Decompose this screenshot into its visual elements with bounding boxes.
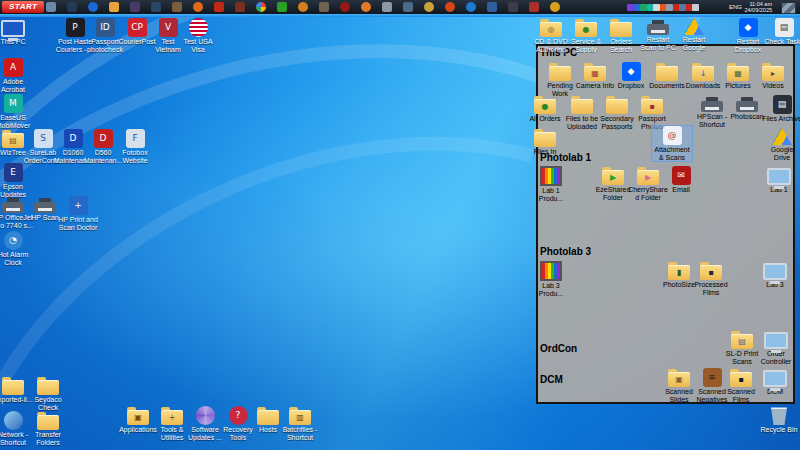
icon-ezeshared-folder[interactable]: ▶EzeShared Folder bbox=[593, 166, 633, 201]
icon-orders-search[interactable]: Orders Search bbox=[601, 18, 641, 53]
lab-3-icon bbox=[763, 263, 787, 280]
settings-icon[interactable] bbox=[508, 2, 518, 12]
icon-label: Videos bbox=[753, 82, 793, 90]
icon-fotobox-website[interactable]: FFotobox Website bbox=[115, 129, 155, 164]
photos-icon[interactable] bbox=[130, 2, 140, 12]
exported-li-icon bbox=[2, 380, 24, 395]
icon-batchfiles-shortcut[interactable]: ▥Batchfiles - Shortcut bbox=[280, 406, 320, 441]
firefox-icon[interactable] bbox=[193, 2, 203, 12]
icon-label: Adobe Acrobat bbox=[0, 78, 33, 93]
camera-info-icon: ▦ bbox=[584, 66, 606, 81]
picasa-icon[interactable] bbox=[424, 2, 434, 12]
restart-dropbox-icon: ◆ bbox=[739, 18, 758, 37]
icon-order-controller[interactable]: Order Controller bbox=[756, 330, 796, 365]
red-app-icon[interactable] bbox=[529, 2, 539, 12]
show-desktop-button[interactable] bbox=[781, 2, 796, 14]
utility-icon[interactable] bbox=[235, 2, 245, 12]
flame-icon[interactable] bbox=[361, 2, 371, 12]
amber-app-icon[interactable] bbox=[298, 2, 308, 12]
taskbar-clock[interactable]: 11:04 am 24/09/2025 bbox=[744, 1, 772, 13]
icon-transfer-folders[interactable]: Transfer Folders bbox=[28, 411, 68, 446]
capture-icon[interactable] bbox=[487, 2, 497, 12]
seydaco-check-icon bbox=[37, 380, 59, 395]
icon-email[interactable]: ✉Email bbox=[661, 166, 701, 194]
icon-camera-info[interactable]: ▦Camera Info bbox=[575, 62, 615, 90]
icon-restart-scan-to-pc[interactable]: Restart Scan to PC bbox=[638, 18, 678, 51]
icon-adobe-acrobat[interactable]: AAdobe Acrobat bbox=[0, 58, 33, 93]
icon-label: Files Archive bbox=[762, 115, 800, 123]
icon-hot-alarm-clock[interactable]: ◔Hot Alarm Clock bbox=[0, 231, 33, 266]
yellow-gear-icon[interactable] bbox=[550, 2, 560, 12]
taskbar-edge-highlight bbox=[0, 14, 800, 17]
chrome-icon[interactable] bbox=[256, 2, 266, 12]
start-button[interactable]: START bbox=[2, 1, 44, 13]
icon-hpscan-shortcut[interactable]: HPScan - Shortcut bbox=[692, 95, 732, 128]
tray-monitor-icon[interactable] bbox=[679, 4, 686, 11]
sync-icon[interactable] bbox=[466, 2, 476, 12]
check-tasks-icon: ▤ bbox=[775, 18, 794, 37]
icon-dcm[interactable]: DCM bbox=[755, 368, 795, 396]
courierpost-glyph: CP bbox=[131, 23, 143, 32]
icon-epson-updates[interactable]: EEpson Updates bbox=[0, 163, 33, 198]
icon-all-orders[interactable]: ●All Orders bbox=[525, 95, 565, 123]
icon-files-to-be-uploaded[interactable]: Files to be Uploaded bbox=[562, 95, 602, 130]
icon-lab-1[interactable]: Lab 1 bbox=[759, 166, 799, 194]
tray-purple-app-icon[interactable] bbox=[627, 4, 634, 11]
edge-icon[interactable] bbox=[46, 2, 56, 12]
icon-seydaco-check[interactable]: Seydaco Check bbox=[28, 376, 68, 411]
icon-label: Camera Info bbox=[575, 82, 615, 90]
icon-documents[interactable]: Documents bbox=[647, 62, 687, 90]
icon-google-drive[interactable]: Google Drive bbox=[762, 128, 800, 161]
icon-videos[interactable]: ▸Videos bbox=[753, 62, 793, 90]
icon-this-pc[interactable]: This PC bbox=[0, 18, 33, 46]
restart-google-drive-icon bbox=[684, 18, 704, 35]
photosize-glyph: ▮ bbox=[677, 269, 681, 277]
icon-easeus-mobimover[interactable]: MEaseUS MobiMover bbox=[0, 94, 33, 129]
scanner-icon[interactable] bbox=[382, 2, 392, 12]
tray-magnifier-icon[interactable] bbox=[666, 4, 673, 11]
icon-pending-work[interactable]: Pending Work bbox=[540, 62, 580, 97]
icon-downloads[interactable]: ↓Downloads bbox=[683, 62, 723, 90]
file-explorer-icon[interactable] bbox=[109, 2, 119, 12]
icon-dropbox[interactable]: ◆Dropbox bbox=[611, 62, 651, 90]
easeus-mobimover-icon: M bbox=[4, 94, 23, 113]
download-icon[interactable] bbox=[277, 2, 287, 12]
pen-icon[interactable] bbox=[214, 2, 224, 12]
icon-lab3-production[interactable]: Lab 3 Produ... bbox=[531, 261, 571, 297]
icon-check-tasks[interactable]: ▤Check Tasks bbox=[764, 18, 800, 46]
icon-secondary-passports[interactable]: Secondary Passports bbox=[597, 95, 637, 130]
tray-picture-icon[interactable] bbox=[653, 4, 660, 11]
building-icon[interactable] bbox=[319, 2, 329, 12]
tray-green-app-icon[interactable] bbox=[640, 4, 647, 11]
icon-files-archive[interactable]: ▤Files Archive bbox=[762, 95, 800, 123]
tray-speaker-icon[interactable] bbox=[692, 4, 699, 11]
camera-red-icon[interactable] bbox=[340, 2, 350, 12]
applications-icon: ▣ bbox=[127, 410, 149, 425]
bank-icon[interactable] bbox=[172, 2, 182, 12]
icon-restart-dropbox[interactable]: ◆Restart Dropbox bbox=[728, 18, 768, 53]
icon-pictures[interactable]: ▦Pictures bbox=[718, 62, 758, 90]
icon-label: Downloads bbox=[683, 82, 723, 90]
word-icon[interactable] bbox=[151, 2, 161, 12]
language-indicator[interactable]: ENG bbox=[729, 4, 742, 10]
icon-restart-google-drive[interactable]: Restart Google Drive bbox=[674, 18, 714, 52]
icon-test-usa-visa[interactable]: Test USA Visa bbox=[178, 18, 218, 53]
icon-hp-print-scan-doctor[interactable]: +HP Print and Scan Doctor bbox=[58, 196, 98, 231]
passport-photos-icon: ▪ bbox=[641, 99, 663, 114]
photo-viewer-icon[interactable] bbox=[403, 2, 413, 12]
icon-files-in[interactable]: Files In bbox=[525, 128, 565, 156]
icon-photoscan[interactable]: Photoscan bbox=[727, 95, 767, 121]
icon-cd-dvd-authoring[interactable]: ◎CD & DVD Authoring bbox=[531, 18, 571, 53]
icon-lab-3[interactable]: Lab 3 bbox=[755, 261, 795, 289]
mail-icon[interactable] bbox=[67, 2, 77, 12]
this-pc-icon bbox=[1, 20, 25, 37]
epson-updates-icon: E bbox=[4, 163, 23, 182]
restart-scan-to-pc-icon bbox=[647, 24, 669, 35]
icon-processed-films[interactable]: ▪Processed Films bbox=[691, 261, 731, 296]
icon-service-supply[interactable]: ●Service & Supply bbox=[566, 18, 606, 53]
icon-recycle-bin[interactable]: Recycle Bin bbox=[759, 406, 799, 434]
brave-icon[interactable] bbox=[445, 2, 455, 12]
browser-globe-icon[interactable] bbox=[88, 2, 98, 12]
icon-lab1-production[interactable]: Lab 1 Produ... bbox=[531, 166, 571, 202]
icon-attachment-scans[interactable]: @Attachment & Scans bbox=[652, 126, 692, 161]
